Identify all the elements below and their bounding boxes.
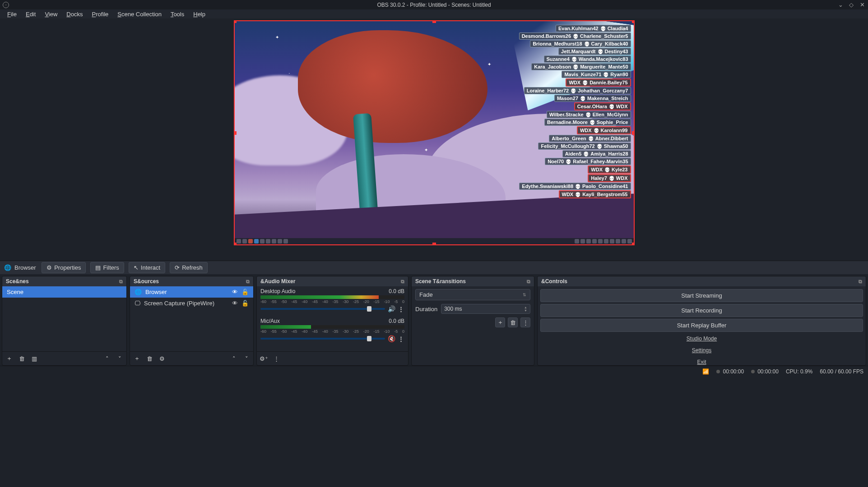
- kill-feed-row: Loraine_Harber72💀Johathan_Gorczany7: [524, 87, 631, 94]
- kill-feed-row: Noel70💀Rafael_Fahey-Marvin35: [545, 158, 631, 165]
- source-properties-button[interactable]: ⚙: [157, 354, 167, 363]
- source-item[interactable]: 🌐Browser👁🔓: [130, 286, 253, 298]
- transitions-title: Scene T&ransitions: [415, 278, 466, 285]
- close-icon[interactable]: ✕: [859, 2, 865, 8]
- channel-level: 0.0 dB: [389, 318, 404, 324]
- skull-icon: 💀: [594, 128, 599, 133]
- menu-help[interactable]: Help: [190, 10, 209, 18]
- speaker-icon[interactable]: 🔊: [388, 305, 395, 312]
- popout-icon[interactable]: ⧉: [119, 279, 123, 285]
- killer-name: Mavis_Kunze71: [564, 72, 601, 77]
- victim-name: Wanda.Macejkovic83: [579, 56, 628, 62]
- remove-scene-button[interactable]: 🗑: [17, 354, 27, 363]
- volume-slider[interactable]: [260, 338, 385, 340]
- killer-name: Kara_Jacobson: [534, 64, 571, 69]
- mixer-menu-button[interactable]: ⋮: [271, 354, 281, 363]
- victim-name: Charlene_Schuster5: [580, 33, 628, 39]
- refresh-button[interactable]: ⟳Refresh: [170, 262, 208, 273]
- skull-icon: 💀: [597, 144, 602, 149]
- menu-bar: FileEditViewDocksProfileScene Collection…: [0, 9, 868, 18]
- properties-button[interactable]: ⚙Properties: [42, 262, 86, 273]
- remove-transition-button[interactable]: 🗑: [508, 317, 518, 327]
- kill-feed-row: Alberto_Green💀Abner.Dibbert: [549, 135, 631, 142]
- minimize-icon[interactable]: ⌄: [837, 2, 844, 8]
- popout-icon[interactable]: ⧉: [859, 279, 862, 285]
- victim-name: Cary_Kilback40: [591, 41, 628, 46]
- transition-properties-button[interactable]: ⋮: [520, 317, 530, 327]
- network-icon[interactable]: 📶: [702, 368, 709, 375]
- killer-name: WDX: [562, 192, 574, 197]
- visibility-icon[interactable]: 👁: [232, 300, 238, 307]
- menu-edit[interactable]: Edit: [22, 10, 39, 18]
- mixer-body: Desktop Audio0.0 dB -60-55-50-45-40-45-4…: [257, 286, 408, 351]
- skull-icon: 💀: [583, 152, 589, 156]
- channel-menu-button[interactable]: ⋮: [398, 306, 404, 312]
- menu-view[interactable]: View: [41, 10, 61, 18]
- interact-button[interactable]: ↖Interact: [129, 262, 165, 273]
- lock-icon[interactable]: 🔓: [241, 289, 249, 295]
- monitor-icon: 🖵: [135, 300, 140, 307]
- skull-icon: 💀: [571, 57, 577, 62]
- preview-canvas[interactable]: ✦ · ✦ ✦ Evan.Kuhlman42💀Claudia4Desmond.B…: [234, 20, 635, 245]
- exit-link[interactable]: Exit: [540, 357, 863, 366]
- mixer-title: &Audio Mixer: [260, 278, 295, 285]
- studio-mode-link[interactable]: Studio Mode: [540, 334, 863, 344]
- scene-down-button[interactable]: ˅: [115, 354, 125, 363]
- spin-down-icon[interactable]: ▼: [524, 309, 527, 312]
- channel-menu-button[interactable]: ⋮: [398, 335, 404, 342]
- victim-name: Ellen_McGlynn: [593, 112, 628, 117]
- remove-source-button[interactable]: 🗑: [144, 354, 154, 363]
- popout-icon[interactable]: ⧉: [401, 279, 404, 285]
- mixer-channel: Desktop Audio0.0 dB -60-55-50-45-40-45-4…: [257, 286, 408, 316]
- kill-feed-row: Bernadine.Moore💀Sophie_Price: [544, 119, 631, 126]
- popout-icon[interactable]: ⧉: [246, 279, 250, 285]
- duration-spinner[interactable]: ▲▼: [441, 304, 530, 314]
- add-transition-button[interactable]: ＋: [495, 317, 505, 327]
- source-item[interactable]: 🖵Screen Capture (PipeWire)👁🔓: [130, 298, 253, 309]
- start-recording-button[interactable]: Start Recording: [540, 304, 863, 317]
- victim-name: Dannie.Bailey75: [589, 80, 627, 85]
- transition-select[interactable]: Fade ⇅: [415, 289, 530, 300]
- lock-icon[interactable]: 🔓: [241, 300, 249, 307]
- menu-profile[interactable]: Profile: [88, 10, 112, 18]
- app-icon: ○: [3, 2, 9, 8]
- add-source-button[interactable]: ＋: [132, 354, 142, 363]
- add-scene-button[interactable]: ＋: [4, 354, 14, 363]
- audio-meter: [260, 325, 404, 329]
- skull-icon: 💀: [603, 72, 608, 77]
- menu-file[interactable]: File: [4, 10, 20, 18]
- skull-icon: 💀: [584, 41, 589, 46]
- sources-title: S&ources: [134, 278, 159, 285]
- filters-icon: ▤: [95, 264, 101, 271]
- maximize-icon[interactable]: ◇: [848, 2, 854, 8]
- start-streaming-button[interactable]: Start Streaming: [540, 289, 863, 302]
- source-up-button[interactable]: ˄: [229, 354, 239, 363]
- scene-filters-button[interactable]: ▥: [29, 354, 39, 363]
- menu-docks[interactable]: Docks: [63, 10, 86, 18]
- visibility-icon[interactable]: 👁: [232, 289, 238, 295]
- kill-feed-row: Evan.Kuhlman42💀Claudia4: [556, 25, 631, 32]
- mute-icon[interactable]: 🔇: [388, 335, 395, 342]
- victim-name: Shawna50: [604, 143, 628, 149]
- scenes-dock: Sce&nes⧉ Scene ＋ 🗑 ▥ ˄ ˅: [2, 276, 127, 366]
- skull-icon: 💀: [580, 96, 585, 101]
- advanced-audio-button[interactable]: ⚙⁺: [259, 354, 269, 363]
- popout-icon[interactable]: ⧉: [527, 279, 530, 285]
- duration-input[interactable]: [444, 306, 524, 312]
- scene-item[interactable]: Scene: [2, 286, 126, 298]
- menu-scene-collection[interactable]: Scene Collection: [114, 10, 165, 18]
- scenes-list: Scene: [2, 286, 126, 351]
- duration-label: Duration: [415, 306, 437, 312]
- menu-tools[interactable]: Tools: [167, 10, 188, 18]
- source-down-button[interactable]: ˅: [241, 354, 251, 363]
- start-replay-buffer-button[interactable]: Start Replay Buffer: [540, 319, 863, 332]
- controls-dock: &Controls⧉ Start StreamingStart Recordin…: [537, 276, 866, 366]
- spin-up-icon[interactable]: ▲: [524, 306, 527, 309]
- kill-feed-row: Haley7💀WDX: [588, 174, 631, 182]
- volume-slider[interactable]: [260, 308, 385, 310]
- filters-button[interactable]: ▤Filters: [90, 262, 124, 273]
- scene-up-button[interactable]: ˄: [102, 354, 112, 363]
- killer-name: Mason27: [557, 96, 578, 101]
- skull-icon: 💀: [573, 64, 578, 69]
- settings-link[interactable]: Settings: [540, 345, 863, 355]
